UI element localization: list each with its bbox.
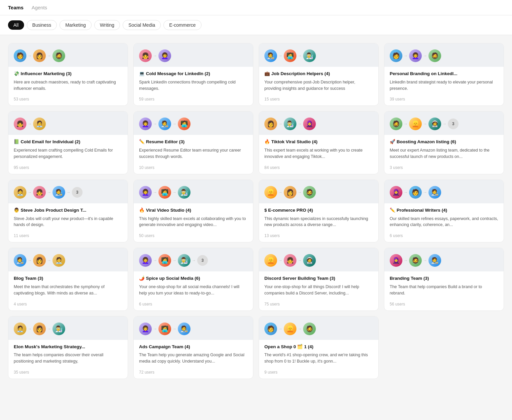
- avatar: 🧔: [409, 254, 422, 267]
- card-desc: Your one-stop-shop for all things Discor…: [264, 284, 373, 296]
- card-users: 84 users: [259, 163, 378, 174]
- card-users: 10 users: [134, 163, 253, 174]
- team-card[interactable]: 🧕→🧑→🧑‍🎨 ✏️ Professional Writers (4) Our …: [384, 180, 504, 242]
- card-desc: Meet our expert Amazon listing team, ded…: [390, 147, 498, 160]
- avatar: 👩: [264, 118, 277, 130]
- card-title: 👨 Steve Jobs Product Design T...: [14, 207, 122, 214]
- team-card[interactable]: 👩‍🦱→🧑‍💻→👨‍🔬 🔥 Viral Video Studio (4) Thi…: [133, 180, 253, 242]
- avatar: 🧑‍🎨: [178, 323, 190, 335]
- card-desc: Experienced Resume Editor team ensuring …: [139, 147, 248, 160]
- filter-all[interactable]: All: [8, 20, 24, 30]
- card-users: 72 users: [134, 367, 253, 379]
- avatar: 👩: [33, 49, 46, 62]
- team-card[interactable]: 👱→👩→🧔 $ E-commerce PRO (4) This dynamic …: [259, 180, 379, 242]
- card-desc: This expert team excels at working with …: [264, 147, 373, 160]
- nav-agents[interactable]: Agents: [31, 5, 47, 10]
- card-title: Personal Branding on Linkedl...: [390, 71, 498, 77]
- avatar: 🧑‍💻: [178, 118, 190, 130]
- team-card[interactable]: 👩→👨‍🔬→🧕 🔥 Tiktok Viral Studio (4) This e…: [259, 111, 379, 174]
- team-card[interactable]: 🧑‍💼→👩→👨‍🔬 Elon Musk's Marketing Strategy…: [8, 316, 128, 379]
- card-title: Ads Campaign Team (4): [139, 344, 248, 350]
- avatar: 👨‍🔬: [303, 49, 316, 62]
- filter-ecommerce[interactable]: E-commerce: [163, 20, 201, 30]
- avatar: 👨‍🔬: [178, 254, 190, 267]
- avatar: 👩‍🦱: [158, 49, 171, 62]
- avatar: 🧑‍💼: [52, 254, 65, 267]
- filter-bar: All Business Marketing Writing Social Me…: [0, 15, 512, 35]
- avatar: 🧑‍🚀: [428, 118, 441, 130]
- team-card[interactable]: 👱→👧→🧑‍🚀 Discord Server Building Team (3)…: [259, 248, 379, 310]
- avatar: 🧑: [14, 49, 26, 62]
- team-card[interactable]: 👩‍🦱→🧑‍💻→👨‍🔬→3 🌶️ Spice up Social Media (…: [133, 248, 253, 310]
- team-card[interactable]: 🧔→👱→🧑‍🚀→3 🚀 Boosting Amazon listing (6) …: [384, 111, 504, 174]
- card-users: 95 users: [8, 163, 128, 174]
- avatar: 🧔: [390, 118, 402, 130]
- avatar: 🧑‍💼: [14, 323, 26, 335]
- avatar: 🧕: [390, 254, 402, 267]
- card-users: 15 users: [259, 94, 378, 106]
- filter-social-media[interactable]: Social Media: [123, 20, 161, 30]
- avatar: 👱: [264, 254, 277, 267]
- nav-teams[interactable]: Teams: [8, 5, 23, 10]
- card-users: 75 users: [259, 299, 378, 310]
- avatar: 🧑‍💻: [158, 323, 171, 335]
- team-card[interactable]: 🧕→🧔→🧑‍🎨 Branding Team (3) The Team that …: [384, 248, 504, 310]
- card-users: 6 users: [134, 299, 253, 310]
- avatar: 🧑‍💼: [14, 186, 26, 199]
- card-desc: Your comprehensive post-Job Description …: [264, 79, 373, 92]
- team-card[interactable]: 🧑→👩‍🦱→🧔 Personal Branding on Linkedl... …: [384, 43, 504, 106]
- avatar: 🧕: [390, 186, 402, 199]
- avatar: 🧑: [264, 323, 277, 335]
- team-card[interactable]: 🧑‍💼→👧→🧑‍🎨→3 👨 Steve Jobs Product Design …: [8, 180, 128, 242]
- avatar: 👩‍🦱: [139, 254, 152, 267]
- avatar: 👨‍🔬: [178, 186, 190, 199]
- team-card[interactable]: 👩‍🦱→🧑‍🎨→🧑‍💻 ✏️ Resume Editor (3) Experie…: [133, 111, 253, 174]
- team-card[interactable]: 🧑‍🎨→👩→🧑‍💼 Blog Team (3) Meet the team th…: [8, 248, 128, 310]
- avatar: 🧑‍🎨: [428, 254, 441, 267]
- avatar: 🧑‍🎨: [158, 118, 171, 130]
- filter-business[interactable]: Business: [27, 20, 57, 30]
- avatar: 👨‍🔬: [52, 323, 65, 335]
- card-users: 53 users: [8, 94, 128, 106]
- avatar: 🧔: [52, 49, 65, 62]
- team-card[interactable]: 👧→👩‍🦱 💻 Cold Message for LinkedIn (2) Sp…: [133, 43, 253, 106]
- card-desc: Here are outreach maestroes, ready to cr…: [14, 79, 122, 92]
- team-card[interactable]: 👧→🧑‍💼 📗 Cold Email for Individual (2) Ex…: [8, 111, 128, 174]
- avatar: 👧: [139, 49, 152, 62]
- card-title: 🔥 Tiktok Viral Studio (4): [264, 139, 373, 145]
- avatar: 👧: [33, 186, 46, 199]
- avatar: 👩: [284, 186, 296, 199]
- card-users: 35 users: [8, 367, 128, 379]
- team-card[interactable]: 🧑→👱→🧔 Open a Shop 0 🗂️ 1 (4) The world's…: [259, 316, 379, 379]
- avatar: 👨‍🔬: [284, 118, 296, 130]
- avatar: 🧑‍🎨: [52, 186, 65, 199]
- avatar: 🧑: [390, 49, 402, 62]
- team-card[interactable]: 🧑→👩→🧔 💸 Influencer Marketing (3) Here ar…: [8, 43, 128, 106]
- card-users: 9 users: [259, 367, 378, 379]
- card-users: 3 users: [384, 163, 504, 174]
- card-title: Blog Team (3): [14, 275, 122, 282]
- filter-marketing[interactable]: Marketing: [59, 20, 91, 30]
- card-title: $ E-commerce PRO (4): [264, 207, 373, 214]
- card-title: 💻 Cold Message for LinkedIn (2): [139, 71, 248, 77]
- team-card[interactable]: 🧑‍🎨→🧑‍💻→👨‍🔬 💼 Job Description Helpers (4…: [259, 43, 379, 106]
- card-desc: Meet the team that orchestrates the symp…: [14, 284, 122, 296]
- avatar: 🧑‍💼: [33, 118, 46, 130]
- card-users: 11 users: [8, 231, 128, 242]
- avatar: 👩‍🦱: [409, 49, 422, 62]
- avatar: 🧑‍💻: [284, 49, 296, 62]
- card-desc: The Team help you generate amazing Googl…: [139, 352, 248, 365]
- filter-writing[interactable]: Writing: [94, 20, 120, 30]
- team-card[interactable]: 👩‍🦱→🧑‍💻→🧑‍🎨 Ads Campaign Team (4) The Te…: [133, 316, 253, 379]
- avatar: 👧: [284, 254, 296, 267]
- card-title: Open a Shop 0 🗂️ 1 (4): [264, 344, 373, 350]
- avatar: 👧: [14, 118, 26, 130]
- avatar: 🧑‍💻: [158, 186, 171, 199]
- card-title: Branding Team (3): [390, 275, 498, 282]
- card-title: Elon Musk's Marketing Strategy...: [14, 344, 122, 350]
- card-desc: The team helps companies discover their …: [14, 352, 122, 365]
- card-desc: Steve Jobs will craft your new product—i…: [14, 216, 122, 228]
- card-title: ✏️ Resume Editor (3): [139, 139, 248, 145]
- avatar: 🧔: [428, 49, 441, 62]
- cards-grid: 🧑→👩→🧔 💸 Influencer Marketing (3) Here ar…: [0, 35, 512, 387]
